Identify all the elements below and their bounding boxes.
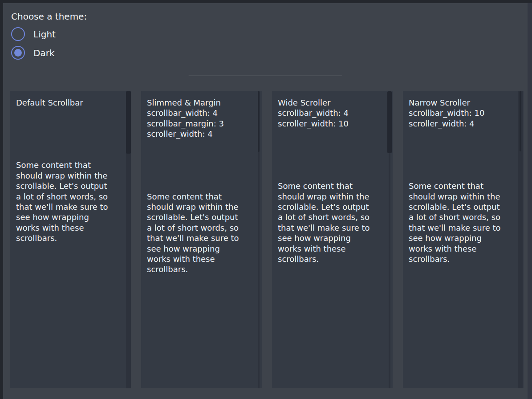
dark-radio-button[interactable] xyxy=(11,46,25,60)
panel-title: Narrow Scroller xyxy=(409,98,518,108)
body-line: scrollable. Let's output xyxy=(147,212,256,222)
scrollbar-thumb[interactable] xyxy=(258,91,260,152)
body-line: scrollable. Let's output xyxy=(278,202,387,212)
body-line: that we'll make sure to xyxy=(409,223,518,233)
body-line: works with these xyxy=(147,254,256,264)
body-line: a lot of short words, so xyxy=(147,223,256,233)
body-line: see how wrapping xyxy=(409,233,518,243)
config-line: scroller_width: 4 xyxy=(409,118,518,129)
body-line: that we'll make sure to xyxy=(16,202,125,212)
config-line: scroller_width: 10 xyxy=(278,118,387,129)
theme-option-light[interactable]: Light xyxy=(11,27,87,41)
body-line: scrollbars. xyxy=(147,264,256,274)
config-line: scrollbar_width: 10 xyxy=(409,108,518,118)
spacer xyxy=(147,139,256,191)
panel-default-scrollbar: Default Scrollbar Some content thatshoul… xyxy=(10,91,131,388)
theme-option-dark[interactable]: Dark xyxy=(11,46,87,60)
config-line: scrollbar_width: 4 xyxy=(147,108,256,118)
theme-chooser: Choose a theme: Light Dark xyxy=(11,11,87,60)
panel-config: scrollbar_width: 10scroller_width: 4 xyxy=(409,108,518,129)
body-line: scrollbars. xyxy=(16,233,125,243)
theme-prompt: Choose a theme: xyxy=(11,11,87,22)
body-line: that we'll make sure to xyxy=(147,233,256,243)
light-radio-button[interactable] xyxy=(11,27,25,41)
body-line: that we'll make sure to xyxy=(278,223,387,233)
scrollbar-thumb[interactable] xyxy=(520,91,521,151)
spacer xyxy=(16,108,125,160)
body-line: Some content that xyxy=(409,181,518,191)
panel-config: scrollbar_width: 4scroller_width: 10 xyxy=(278,108,387,129)
body-line: a lot of short words, so xyxy=(278,212,387,222)
panel-title: Wide Scroller xyxy=(278,98,387,108)
divider xyxy=(189,75,342,76)
window-right-gutter xyxy=(528,3,532,399)
scrollbar-thumb[interactable] xyxy=(126,91,131,154)
body-line: works with these xyxy=(16,223,125,233)
panel-config: scrollbar_width: 4scrollbar_margin: 3scr… xyxy=(147,108,256,139)
light-option-label: Light xyxy=(33,29,56,40)
config-line: scroller_width: 4 xyxy=(147,129,256,139)
body-line: see how wrapping xyxy=(16,212,125,222)
panel-body-text: Some content thatshould wrap within thes… xyxy=(409,181,518,264)
body-line: see how wrapping xyxy=(147,244,256,254)
body-line: should wrap within the xyxy=(278,191,387,202)
panel-narrow-scroller: Narrow Scroller scrollbar_width: 10scrol… xyxy=(403,91,524,388)
body-line: should wrap within the xyxy=(409,191,518,202)
dark-option-label: Dark xyxy=(33,48,54,58)
page-background: Choose a theme: Light Dark Default Scrol… xyxy=(3,3,528,399)
panel-title: Default Scrollbar xyxy=(16,98,125,108)
panel-body-text: Some content thatshould wrap within thes… xyxy=(147,191,256,275)
panel-wide-scroller: Wide Scroller scrollbar_width: 4scroller… xyxy=(272,91,393,388)
spacer xyxy=(278,129,387,181)
body-line: a lot of short words, so xyxy=(409,212,518,222)
radio-dot-icon xyxy=(14,30,22,38)
body-line: scrollbars. xyxy=(278,254,387,264)
body-line: works with these xyxy=(278,244,387,254)
body-line: should wrap within the xyxy=(16,171,125,181)
body-line: works with these xyxy=(409,244,518,254)
radio-dot-icon xyxy=(14,49,22,57)
spacer xyxy=(409,129,518,181)
body-line: scrollbars. xyxy=(409,254,518,264)
body-line: Some content that xyxy=(16,160,125,170)
body-line: scrollable. Let's output xyxy=(16,181,125,191)
config-line: scrollbar_width: 4 xyxy=(278,108,387,118)
panel-title: Slimmed & Margin xyxy=(147,98,256,108)
body-line: should wrap within the xyxy=(147,202,256,212)
body-line: Some content that xyxy=(278,181,387,191)
panel-slimmed-margin: Slimmed & Margin scrollbar_width: 4scrol… xyxy=(141,91,262,388)
scrollable-panels: Default Scrollbar Some content thatshoul… xyxy=(10,91,524,388)
body-line: scrollable. Let's output xyxy=(409,202,518,212)
scrollbar-thumb[interactable] xyxy=(387,91,392,153)
config-line: scrollbar_margin: 3 xyxy=(147,118,256,129)
app-window: { "theme_chooser": { "prompt": "Choose a… xyxy=(0,0,532,399)
body-line: a lot of short words, so xyxy=(16,191,125,202)
body-line: see how wrapping xyxy=(278,233,387,243)
panel-body-text: Some content thatshould wrap within thes… xyxy=(16,160,125,243)
body-line: Some content that xyxy=(147,191,256,202)
panel-body-text: Some content thatshould wrap within thes… xyxy=(278,181,387,264)
